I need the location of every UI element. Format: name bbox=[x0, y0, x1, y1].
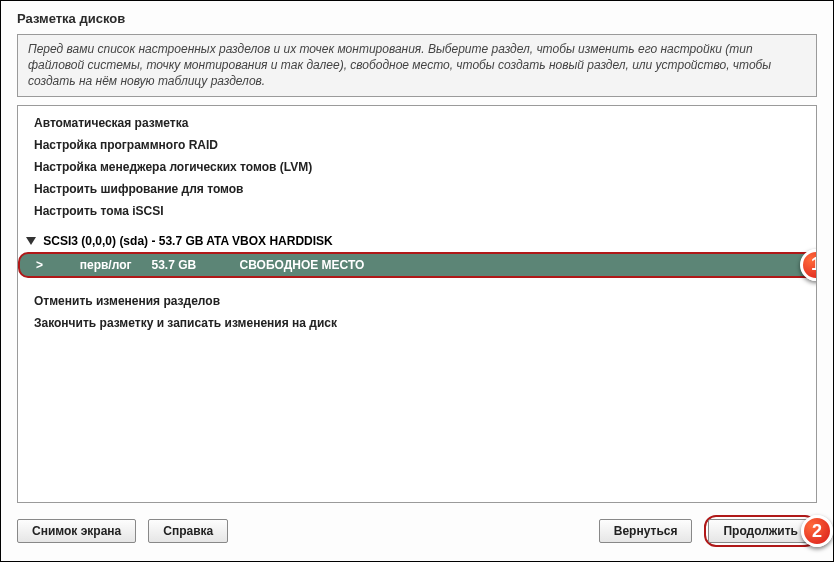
row-arrow: > bbox=[36, 258, 43, 272]
partitioning-window: Разметка дисков Перед вами список настро… bbox=[0, 0, 834, 562]
continue-highlight: Продолжить 2 bbox=[704, 515, 817, 547]
disk-header-text: SCSI3 (0,0,0) (sda) - 53.7 GB ATA VBOX H… bbox=[43, 234, 332, 248]
action-finish[interactable]: Закончить разметку и записать изменения … bbox=[18, 312, 816, 334]
annotation-marker-2: 2 bbox=[801, 515, 833, 547]
back-button[interactable]: Вернуться bbox=[599, 519, 693, 543]
row-gap3 bbox=[196, 258, 239, 272]
intro-text: Перед вами список настроенных разделов и… bbox=[17, 34, 817, 97]
row-gap2 bbox=[131, 258, 151, 272]
spacer bbox=[18, 222, 816, 232]
option-auto-partition[interactable]: Автоматическая разметка bbox=[18, 112, 816, 134]
row-gap1 bbox=[43, 258, 80, 272]
help-button[interactable]: Справка bbox=[148, 519, 228, 543]
option-lvm[interactable]: Настройка менеджера логических томов (LV… bbox=[18, 156, 816, 178]
option-raid[interactable]: Настройка программного RAID bbox=[18, 134, 816, 156]
page-title: Разметка дисков bbox=[1, 1, 833, 34]
partition-list: Автоматическая разметка Настройка програ… bbox=[17, 105, 817, 503]
annotation-marker-1: 1 bbox=[800, 249, 817, 281]
button-bar: Снимок экрана Справка Вернуться Продолжи… bbox=[1, 503, 833, 561]
continue-button[interactable]: Продолжить bbox=[708, 519, 813, 543]
row-type: перв/лог bbox=[80, 258, 132, 272]
row-size: 53.7 GB bbox=[151, 258, 196, 272]
spacer bbox=[18, 280, 816, 290]
row-label: СВОБОДНОЕ МЕСТО bbox=[240, 258, 365, 272]
option-encryption[interactable]: Настроить шифрование для томов bbox=[18, 178, 816, 200]
expand-icon bbox=[26, 237, 36, 245]
option-iscsi[interactable]: Настроить тома iSCSI bbox=[18, 200, 816, 222]
free-space-row[interactable]: > перв/лог 53.7 GB СВОБОДНОЕ МЕСТО 1 bbox=[18, 252, 816, 278]
screenshot-button[interactable]: Снимок экрана bbox=[17, 519, 136, 543]
disk-header[interactable]: SCSI3 (0,0,0) (sda) - 53.7 GB ATA VBOX H… bbox=[18, 232, 816, 250]
action-undo[interactable]: Отменить изменения разделов bbox=[18, 290, 816, 312]
